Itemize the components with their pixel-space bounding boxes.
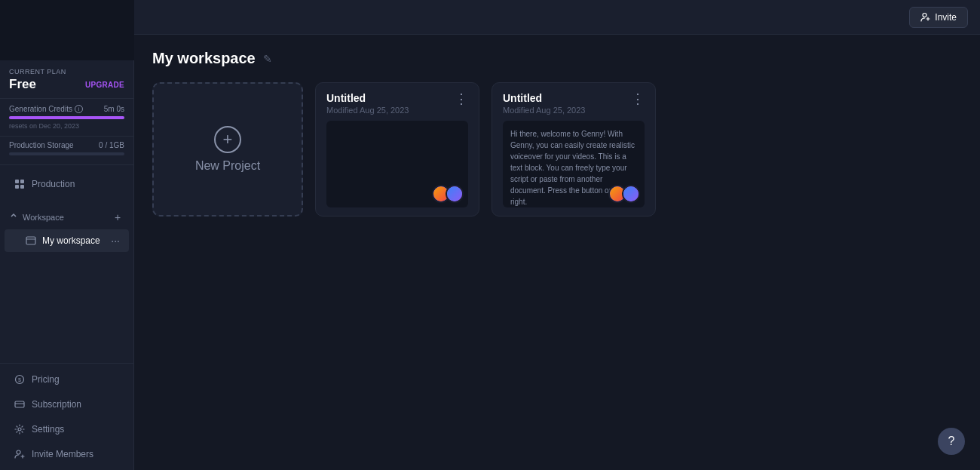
production-label: Production — [32, 179, 75, 189]
sidebar-item-pricing[interactable]: $ Pricing — [5, 367, 129, 392]
svg-point-12 — [923, 14, 926, 17]
project-thumbnail-0 — [326, 121, 468, 207]
subscription-icon — [14, 398, 26, 410]
page-title: My workspace — [152, 50, 256, 67]
project-title-0: Untitled — [326, 92, 409, 104]
project-thumbnail-1: Hi there, welcome to Genny! With Genny, … — [503, 121, 645, 207]
help-button[interactable]: ? — [938, 428, 965, 455]
workspace-item-menu-icon[interactable]: ··· — [111, 235, 120, 247]
nav-section: Production — [0, 165, 133, 203]
sidebar-thumbnail — [0, 0, 134, 60]
project-date-1: Modified Aug 25, 2023 — [503, 106, 585, 115]
plan-name: Free — [9, 77, 36, 92]
production-icon — [14, 178, 26, 190]
credits-progress-fill — [9, 116, 124, 119]
sidebar-item-settings[interactable]: Settings — [5, 417, 129, 441]
help-icon: ? — [948, 435, 955, 448]
new-project-plus-icon: + — [214, 126, 241, 153]
my-workspace-label: My workspace — [42, 235, 100, 246]
storage-label-main: Production Storage — [9, 141, 74, 149]
plan-section: Current Plan Free UPGRADE — [0, 60, 133, 99]
svg-point-10 — [18, 428, 21, 431]
svg-rect-3 — [20, 185, 24, 189]
sidebar-item-subscription[interactable]: Subscription — [5, 392, 129, 416]
sidebar-item-production[interactable]: Production — [5, 172, 129, 196]
invite-label: Invite — [935, 12, 957, 23]
project-card-1[interactable]: Untitled Modified Aug 25, 2023 ⋮ Hi ther… — [492, 82, 656, 217]
svg-text:$: $ — [18, 377, 21, 382]
top-bar: Invite — [134, 0, 980, 35]
svg-rect-0 — [15, 180, 19, 183]
edit-icon[interactable]: ✎ — [263, 53, 272, 65]
avatar-1 — [446, 185, 464, 203]
plan-label: Current Plan — [9, 68, 124, 75]
project-menu-icon-1[interactable]: ⋮ — [631, 92, 645, 106]
credits-progress-bg — [9, 116, 124, 119]
avatar-3 — [622, 185, 640, 203]
invite-members-icon — [14, 448, 26, 460]
chevron-down-icon — [9, 213, 18, 222]
credits-value: 5m 0s — [104, 105, 124, 113]
invite-button[interactable]: Invite — [909, 7, 968, 28]
pricing-icon: $ — [14, 373, 26, 386]
project-menu-icon-0[interactable]: ⋮ — [455, 92, 468, 106]
credits-section: Generation Credits i 5m 0s resets on Dec… — [0, 99, 133, 137]
main-content: My workspace ✎ + New Project Untitled Mo… — [134, 35, 980, 470]
svg-rect-4 — [26, 237, 35, 244]
settings-label: Settings — [32, 424, 64, 435]
bottom-nav: $ Pricing Subscription Settings — [0, 363, 133, 470]
storage-progress-bg — [9, 152, 124, 155]
svg-rect-1 — [20, 180, 24, 183]
settings-icon — [14, 423, 26, 435]
avatar-row-1 — [608, 185, 640, 203]
new-project-label: New Project — [195, 159, 260, 173]
svg-rect-8 — [15, 401, 24, 407]
credits-resets: resets on Dec 20, 2023 — [9, 122, 124, 130]
pricing-label: Pricing — [32, 374, 60, 385]
svg-rect-2 — [15, 185, 19, 189]
workspace-icon — [26, 235, 36, 246]
project-date-0: Modified Aug 25, 2023 — [326, 106, 409, 115]
credits-info-icon[interactable]: i — [75, 105, 83, 113]
workspace-header-label: Workspace — [23, 213, 64, 222]
storage-section: Production Production Storage 0 / 1GB — [0, 137, 133, 165]
workspace-header[interactable]: Workspace + — [0, 206, 133, 229]
new-project-card[interactable]: + New Project — [152, 82, 303, 217]
invite-members-label: Invite Members — [32, 449, 93, 459]
avatar-row-0 — [432, 185, 464, 203]
right-side: Invite My workspace ✎ + New Project Unti… — [134, 0, 980, 470]
upgrade-button[interactable]: UPGRADE — [85, 81, 124, 89]
projects-grid: + New Project Untitled Modified Aug 25, … — [152, 82, 962, 217]
storage-value: 0 / 1GB — [99, 141, 124, 149]
invite-person-icon — [920, 12, 930, 22]
svg-point-11 — [17, 450, 20, 454]
subscription-label: Subscription — [32, 399, 81, 410]
project-title-1: Untitled — [503, 92, 585, 104]
workspace-section: Workspace + My workspace ··· — [0, 203, 133, 256]
sidebar-item-invite-members[interactable]: Invite Members — [5, 442, 129, 466]
credits-label: Generation Credits i — [9, 105, 83, 113]
project-card-0[interactable]: Untitled Modified Aug 25, 2023 ⋮ — [315, 82, 479, 217]
sidebar: Current Plan Free UPGRADE Generation Cre… — [0, 0, 134, 470]
sidebar-item-my-workspace[interactable]: My workspace ··· — [5, 229, 129, 252]
workspace-add-button[interactable]: + — [111, 210, 124, 224]
page-header: My workspace ✎ — [152, 50, 962, 67]
